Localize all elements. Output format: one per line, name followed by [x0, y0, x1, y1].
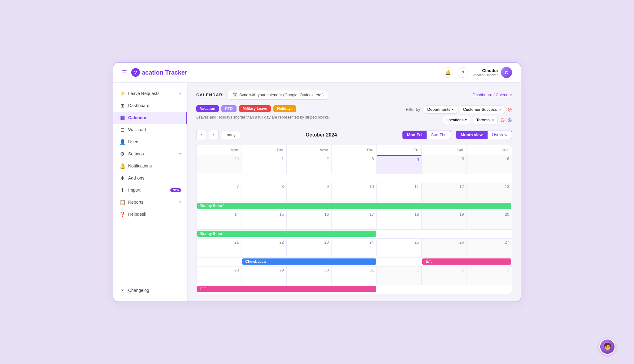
help-btn[interactable]: ?	[458, 67, 468, 78]
menu-icon[interactable]: ☰	[122, 69, 127, 76]
departments-dropdown[interactable]: Departments ▾	[424, 105, 457, 114]
chip-label: Toronto	[476, 118, 489, 122]
day-number: 23	[289, 240, 329, 245]
sidebar-item-import[interactable]: ⬆ Import New	[113, 184, 187, 196]
sync-icon: 📅	[232, 93, 237, 97]
day-oct31: 31	[332, 266, 376, 285]
week4-events: Chewbacca E.T.	[197, 258, 512, 266]
et-event-1[interactable]: E.T.	[422, 258, 511, 265]
legend-holidays[interactable]: Holidays	[273, 105, 296, 112]
et-event-2[interactable]: E.T.	[197, 286, 376, 292]
sidebar-item-dashboard[interactable]: ⊞ Dashboard	[113, 100, 187, 112]
helpdesk-chat-avatar[interactable]: 🧑	[599, 339, 615, 355]
helpdesk-icon: 🧑	[603, 343, 612, 351]
day-number: 16	[289, 212, 329, 217]
remove-chip-icon[interactable]: ×	[499, 107, 502, 112]
sidebar-item-changelog[interactable]: ⊡ Changelog	[113, 284, 187, 297]
filter-section: Filter by Departments ▾ Customer Success…	[406, 105, 512, 129]
week-1: 30 1 2 3 4	[197, 155, 512, 183]
mon-fri-btn[interactable]: Mon-Fri	[402, 131, 427, 139]
day-number: 15	[244, 212, 284, 217]
chewbacca-event[interactable]: Chewbacca	[242, 258, 376, 265]
event-label: E.T.	[425, 259, 432, 264]
legend-vacation[interactable]: Vacation	[196, 105, 219, 112]
sidebar-item-label: Leave Requests	[128, 91, 176, 96]
legend-pto[interactable]: PTO	[221, 105, 236, 112]
day-number: 14	[199, 212, 239, 217]
notification-btn[interactable]: 🔔	[443, 67, 453, 78]
breadcrumb-current: Calendar	[496, 93, 512, 97]
calendar-icon: ▦	[119, 115, 125, 121]
day-number: 24	[334, 240, 374, 245]
prev-btn[interactable]: ‹	[196, 130, 206, 140]
remove-filter-icon[interactable]: ⊖	[507, 106, 512, 113]
sidebar-item-users[interactable]: 👤 Users	[113, 136, 187, 148]
sidebar-item-label: Settings	[128, 151, 176, 156]
sidebar-item-label: Import	[128, 188, 166, 193]
brainy-smurf-event-2[interactable]: Brainy Smurf	[197, 231, 376, 237]
remove-filter-row-icon[interactable]: ⊖	[500, 117, 505, 124]
sync-button[interactable]: 📅 Sync with your calendar (Google, Outlo…	[228, 90, 328, 100]
day-oct30: 30	[287, 266, 332, 285]
list-view-btn[interactable]: List view	[487, 131, 512, 139]
day-number: 10	[334, 184, 374, 189]
info-text: Leaves and Holidays shorter than a full …	[196, 115, 330, 119]
day-header-sun: Sun	[467, 145, 512, 155]
day-nov3: 3	[467, 266, 512, 285]
month-view-btn[interactable]: Month view	[456, 131, 487, 139]
sidebar: ⚡ Leave Requests ▾ ⊞ Dashboard ▦ Calenda…	[113, 83, 188, 301]
remove-chip-icon[interactable]: ×	[492, 118, 494, 123]
sidebar-item-notifications[interactable]: 🔔 Notifications	[113, 160, 187, 172]
day-number: 13	[469, 184, 509, 189]
brainy-smurf-event-1[interactable]: Brainy Smurf	[197, 203, 511, 209]
user-info[interactable]: Claudia Vacation Tracker C	[472, 67, 512, 78]
notifications-icon: 🔔	[119, 163, 125, 169]
sidebar-item-addons[interactable]: ✚ Add-ons	[113, 172, 187, 184]
sidebar-item-calendar[interactable]: ▦ Calendar	[113, 112, 187, 124]
day-oct7: 7	[197, 183, 241, 202]
day-oct2: 2	[287, 155, 332, 174]
sidebar-item-label: Users	[128, 139, 181, 144]
header: ☰ V acation Tracker 🔔 ? Claudia Vacation…	[113, 63, 521, 83]
filter-row-2: Locations ▾ Toronto × ⊖ ⊕	[406, 116, 512, 124]
day-number: 22	[244, 240, 284, 245]
day-oct21: 21	[197, 239, 241, 257]
day-oct11: 11	[377, 183, 422, 202]
day-number: 25	[379, 240, 419, 245]
legend-row: Vacation PTO Military Leave Holidays	[196, 105, 330, 112]
day-oct4: 4	[377, 155, 422, 174]
day-oct1: 1	[241, 155, 286, 174]
add-filter-row-icon[interactable]: ⊕	[507, 117, 512, 124]
filter-row-1: Filter by Departments ▾ Customer Success…	[406, 105, 512, 114]
dashboard-icon: ⊞	[119, 103, 125, 109]
chevron-icon: ▾	[179, 152, 181, 156]
sidebar-item-settings[interactable]: ⚙ Settings ▾	[113, 148, 187, 160]
departments-label: Departments	[427, 107, 450, 112]
sidebar-item-label: Add-ons	[128, 176, 181, 180]
sidebar-item-wallchart[interactable]: ⊟ Wallchart	[113, 124, 187, 136]
breadcrumb-base: Dashboard	[473, 93, 493, 97]
day-number: 3	[334, 156, 374, 162]
locations-dropdown[interactable]: Locations ▾	[443, 116, 471, 124]
next-btn[interactable]: ›	[209, 130, 219, 140]
helpdesk-icon: ❓	[119, 211, 125, 217]
new-badge: New	[170, 188, 181, 192]
chip-label: Customer Success	[463, 107, 497, 112]
day-oct3: 3	[332, 155, 376, 174]
body: ⚡ Leave Requests ▾ ⊞ Dashboard ▦ Calenda…	[113, 83, 521, 301]
day-oct6: 6	[467, 155, 512, 174]
legend-military[interactable]: Military Leave	[239, 105, 271, 112]
day-oct23: 23	[287, 239, 332, 257]
day-oct20: 20	[467, 211, 512, 229]
day-oct16: 16	[287, 211, 332, 229]
day-oct27: 27	[467, 239, 512, 257]
day-sep30: 30	[197, 155, 241, 174]
sidebar-item-reports[interactable]: 📋 Reports ▾	[113, 196, 187, 208]
day-oct13: 13	[467, 183, 512, 202]
sun-thu-btn[interactable]: Sun-Thu	[426, 131, 451, 139]
sidebar-item-helpdesk[interactable]: ❓ Helpdesk	[113, 208, 187, 220]
week3-events: Brainy Smurf	[197, 230, 512, 238]
today-btn[interactable]: today	[221, 131, 240, 139]
day-number: 5	[424, 156, 464, 162]
sidebar-item-leave-requests[interactable]: ⚡ Leave Requests ▾	[113, 88, 187, 100]
